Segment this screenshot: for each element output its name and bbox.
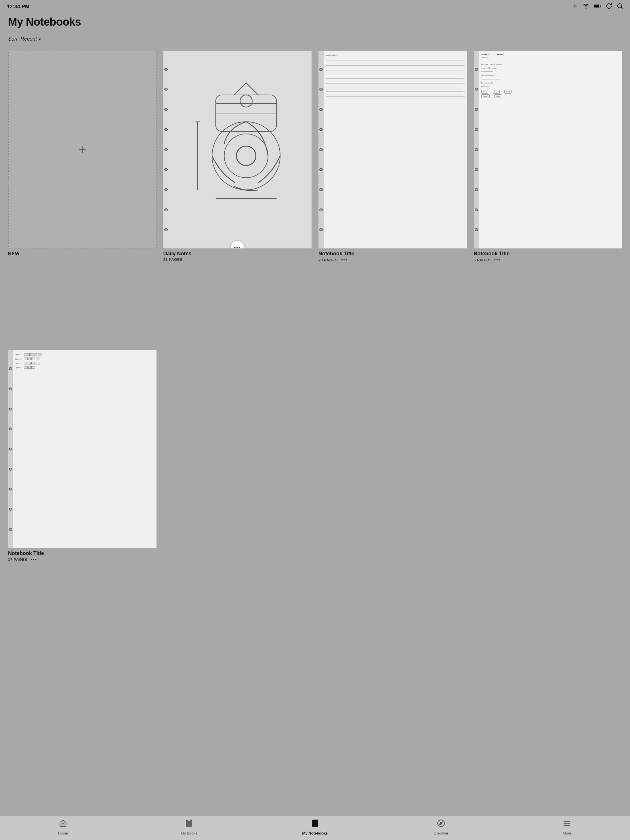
svg-point-43 bbox=[313, 826, 313, 826]
notebook-4-pages: 17 PAGES bbox=[8, 557, 27, 562]
spiral-binding bbox=[164, 51, 169, 248]
more-icon bbox=[563, 819, 571, 829]
notebook-2-more-button[interactable]: ••• bbox=[341, 257, 348, 262]
notebook-3-pages: 5 PAGES bbox=[474, 258, 491, 262]
nav-my-books-label: My Books bbox=[181, 831, 197, 835]
page-title: My Notebooks bbox=[8, 16, 622, 28]
nav-my-notebooks[interactable]: My Notebooks bbox=[252, 819, 378, 835]
spiral-binding-2 bbox=[318, 51, 324, 248]
sort-label: Sort: Recent bbox=[8, 36, 37, 42]
brightness-icon bbox=[572, 3, 578, 11]
notebook-3-more-button[interactable]: ••• bbox=[494, 257, 501, 262]
daily-notes-pages: 33 PAGES bbox=[164, 257, 183, 262]
status-icons bbox=[572, 3, 623, 11]
svg-point-9 bbox=[586, 8, 586, 8]
notebook-4-info: Notebook Title 17 PAGES ••• bbox=[8, 550, 156, 562]
notebook-3-info: Notebook Title 5 PAGES ••• bbox=[474, 251, 622, 262]
sync-icon bbox=[606, 3, 612, 11]
svg-line-14 bbox=[621, 7, 622, 8]
my-notebooks-icon bbox=[311, 819, 319, 829]
notebook-4-cover: Option 1: Option 2: bbox=[8, 350, 156, 548]
status-bar: 12:34 PM bbox=[0, 0, 630, 13]
notebook-2-cover-art: Form Ideas bbox=[324, 51, 467, 248]
svg-point-40 bbox=[313, 822, 313, 823]
notebook-3-name: Notebook Title bbox=[474, 251, 622, 257]
notebook-2-name: Notebook Title bbox=[318, 251, 467, 257]
daily-notes-name: Daily Notes bbox=[164, 251, 312, 257]
content-spacer bbox=[0, 654, 630, 816]
nav-more[interactable]: More bbox=[504, 819, 630, 835]
notebook-3-meta: 5 PAGES ••• bbox=[474, 257, 622, 262]
notebook-3-cover: Toolkits 1.0 - UX review Scenario: ─────… bbox=[474, 51, 622, 248]
svg-point-16 bbox=[224, 134, 268, 178]
nav-my-notebooks-label: My Notebooks bbox=[302, 831, 328, 835]
sort-bar: Sort: Recent ▾ bbox=[0, 32, 630, 45]
svg-rect-29 bbox=[191, 820, 192, 826]
svg-point-39 bbox=[313, 821, 313, 821]
notebook-4-cover-art: Option 1: Option 2: bbox=[13, 350, 156, 548]
daily-notes-info: Daily Notes 33 PAGES bbox=[164, 251, 312, 262]
home-icon bbox=[59, 819, 67, 829]
svg-point-0 bbox=[574, 5, 576, 7]
svg-rect-12 bbox=[600, 5, 601, 7]
svg-marker-45 bbox=[439, 822, 443, 825]
notebook-4-meta: 17 PAGES ••• bbox=[8, 557, 156, 562]
new-notebook-cover: + bbox=[8, 51, 156, 248]
sort-button[interactable]: Sort: Recent ▾ bbox=[8, 36, 41, 42]
svg-rect-27 bbox=[186, 820, 188, 826]
svg-point-22 bbox=[240, 95, 252, 107]
nav-my-books[interactable]: My Books bbox=[126, 819, 252, 835]
notebook-3-item[interactable]: Toolkits 1.0 - UX review Scenario: ─────… bbox=[474, 51, 622, 343]
notebook-4-name: Notebook Title bbox=[8, 550, 156, 556]
notebook-3-cover-art: Toolkits 1.0 - UX review Scenario: ─────… bbox=[479, 51, 622, 248]
daily-notes-cover-art bbox=[169, 51, 312, 248]
daily-notes-meta: 33 PAGES bbox=[164, 257, 312, 262]
bottom-nav: Home My Books bbox=[0, 816, 630, 840]
new-notebook-label: NEW bbox=[8, 251, 20, 256]
notebook-2-info: Notebook Title 20 PAGES ••• bbox=[318, 251, 467, 262]
nav-discover[interactable]: Discover bbox=[378, 819, 504, 835]
discover-icon bbox=[437, 819, 445, 829]
new-notebook-item[interactable]: + NEW bbox=[8, 51, 156, 343]
nav-more-label: More bbox=[563, 831, 571, 835]
daily-notes-item[interactable]: ••• Daily Notes 33 PAGES bbox=[164, 51, 312, 343]
notebook-4-item[interactable]: Option 1: Option 2: bbox=[8, 350, 156, 643]
notebook-2-pages: 20 PAGES bbox=[318, 258, 338, 262]
notebook-4-more-button[interactable]: ••• bbox=[31, 557, 38, 562]
svg-point-42 bbox=[313, 825, 313, 825]
notebook-2-meta: 20 PAGES ••• bbox=[318, 257, 467, 262]
svg-point-17 bbox=[236, 146, 256, 166]
svg-line-7 bbox=[573, 8, 573, 8]
svg-point-41 bbox=[313, 823, 313, 824]
nav-discover-label: Discover bbox=[434, 831, 449, 835]
nav-home-label: Home bbox=[58, 831, 68, 835]
plus-icon: + bbox=[78, 143, 86, 156]
spiral-binding-3 bbox=[474, 51, 479, 248]
notebook-2-cover: Form Ideas bbox=[318, 51, 467, 248]
svg-line-4 bbox=[577, 8, 577, 8]
battery-icon bbox=[594, 4, 601, 10]
sort-chevron-icon: ▾ bbox=[39, 37, 41, 41]
notebooks-grid: + NEW bbox=[0, 45, 630, 654]
nav-home[interactable]: Home bbox=[0, 819, 126, 835]
spiral-binding-4 bbox=[8, 350, 13, 548]
header: My Notebooks bbox=[0, 13, 630, 32]
search-header-icon[interactable] bbox=[617, 3, 623, 11]
my-books-icon bbox=[185, 819, 193, 829]
wifi-icon bbox=[583, 3, 589, 11]
svg-point-15 bbox=[212, 122, 280, 190]
svg-rect-11 bbox=[594, 5, 599, 8]
daily-notes-cover: ••• bbox=[164, 51, 312, 248]
status-time: 12:34 PM bbox=[7, 4, 29, 10]
svg-rect-28 bbox=[188, 821, 190, 826]
notebook-2-item[interactable]: Form Ideas bbox=[318, 51, 467, 343]
